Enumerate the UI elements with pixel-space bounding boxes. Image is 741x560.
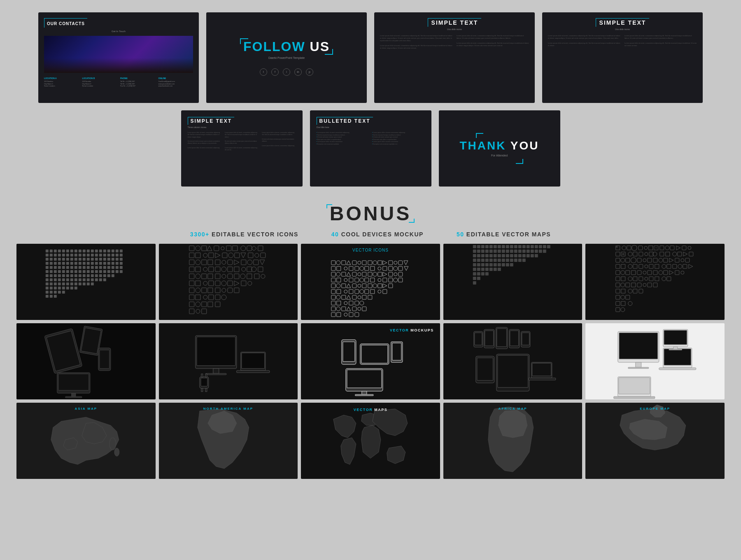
svg-rect-110 xyxy=(107,270,110,273)
svg-rect-36 xyxy=(116,254,119,257)
svg-rect-560 xyxy=(619,333,658,359)
twitter-icon[interactable]: t xyxy=(260,68,267,76)
svg-rect-82 xyxy=(70,266,73,269)
svg-rect-97 xyxy=(54,270,57,273)
icon-grid-1 xyxy=(16,244,156,320)
svg-rect-198 xyxy=(227,260,232,265)
svg-rect-107 xyxy=(95,270,98,273)
svg-point-230 xyxy=(195,288,200,293)
svg-point-432 xyxy=(644,246,648,250)
svg-rect-59 xyxy=(54,262,57,265)
follow-subtitle: Daerki PowerPoint Template xyxy=(268,56,305,59)
svg-point-191 xyxy=(254,253,259,257)
svg-point-459 xyxy=(681,259,684,262)
simpletext4-title-area: SIMPLE TEXT Una slide mores xyxy=(548,18,697,30)
svg-rect-133 xyxy=(54,278,57,281)
svg-rect-421 xyxy=(498,268,501,271)
bullet-6: Excepteur sint occaecat cupidatat xyxy=(317,143,369,146)
instagram-icon[interactable]: i xyxy=(283,68,290,76)
svg-rect-76 xyxy=(46,266,49,269)
namerica-map-label: NORTH AMERICA MAP xyxy=(203,407,253,411)
follow-title-text: FOLLOW US xyxy=(243,40,330,53)
svg-rect-165 xyxy=(75,287,77,289)
svg-rect-466 xyxy=(649,264,653,268)
svg-rect-127 xyxy=(99,274,102,277)
svg-rect-494 xyxy=(637,283,641,287)
contacts-subtitle: Get In Touch xyxy=(44,30,193,33)
svg-point-313 xyxy=(378,290,381,293)
svg-rect-386 xyxy=(514,254,517,257)
svg-rect-400 xyxy=(506,259,509,262)
svg-rect-411 xyxy=(498,263,501,266)
svg-rect-14 xyxy=(103,250,106,252)
svg-rect-137 xyxy=(70,278,73,281)
svg-point-249 xyxy=(336,261,340,265)
svg-rect-217 xyxy=(234,274,239,279)
svg-rect-264 xyxy=(355,266,359,271)
svg-rect-102 xyxy=(75,270,77,273)
svg-rect-317 xyxy=(342,295,346,299)
svg-rect-393 xyxy=(477,259,480,262)
svg-rect-147 xyxy=(50,282,53,285)
svg-point-233 xyxy=(221,288,226,292)
svg-rect-464 xyxy=(639,264,643,268)
svg-rect-488 xyxy=(649,277,653,281)
svg-rect-530 xyxy=(201,388,203,392)
bulleted-col1: Lorem ipsum dolor sit amet consectetur a… xyxy=(317,132,369,146)
svg-rect-412 xyxy=(502,263,505,266)
svg-rect-11 xyxy=(91,250,94,252)
svg-marker-177 xyxy=(207,246,212,251)
svg-rect-136 xyxy=(66,278,69,281)
svg-rect-61 xyxy=(62,262,65,265)
svg-rect-199 xyxy=(241,260,246,265)
svg-rect-445 xyxy=(660,252,664,256)
svg-rect-202 xyxy=(189,267,194,272)
svg-rect-474 xyxy=(626,271,630,275)
svg-rect-116 xyxy=(54,274,57,277)
svg-rect-163 xyxy=(66,287,69,289)
svg-rect-538 xyxy=(362,391,367,394)
svg-rect-40 xyxy=(54,258,57,261)
svg-rect-21 xyxy=(54,254,57,257)
svg-rect-182 xyxy=(247,246,252,251)
svg-rect-142 xyxy=(91,278,94,281)
ty-main: THANK YOU xyxy=(460,140,539,152)
svg-rect-431 xyxy=(638,246,643,250)
svg-rect-524 xyxy=(241,353,264,369)
svg-rect-507 xyxy=(616,308,620,312)
svg-rect-90 xyxy=(103,266,106,269)
svg-point-265 xyxy=(360,266,364,271)
svg-rect-340 xyxy=(477,245,480,248)
location-phone: PHONE Tel Nr: +1 (234) 567Tel Nr: +1 (23… xyxy=(120,77,155,87)
svg-rect-360 xyxy=(481,250,485,253)
facebook-icon[interactable]: f xyxy=(271,68,279,76)
svg-rect-241 xyxy=(189,302,194,307)
svg-point-246 xyxy=(196,309,200,313)
svg-rect-410 xyxy=(494,263,497,266)
svg-rect-22 xyxy=(58,254,61,257)
svg-point-304 xyxy=(373,284,377,288)
svg-rect-269 xyxy=(389,266,393,271)
svg-point-456 xyxy=(659,258,663,262)
svg-rect-541 xyxy=(392,343,401,360)
pinterest-icon[interactable]: p xyxy=(306,68,313,76)
follow-blue: FOLLOW xyxy=(243,39,305,54)
svg-rect-326 xyxy=(355,301,359,305)
svg-rect-234 xyxy=(227,288,232,293)
svg-point-473 xyxy=(621,271,625,275)
bonus-feature-1: 3300+ EDITABLE VECTOR ICONS xyxy=(190,231,298,238)
svg-rect-380 xyxy=(489,254,493,257)
slide-contacts: OUR CONTACTS Get In Touch LOCATION A 123… xyxy=(38,12,199,103)
mockup-panel-1 xyxy=(16,323,156,399)
svg-rect-53 xyxy=(107,258,110,261)
svg-point-503 xyxy=(621,295,625,299)
svg-rect-113 xyxy=(120,270,123,273)
svg-rect-1 xyxy=(50,250,53,252)
svg-rect-58 xyxy=(50,262,53,265)
svg-rect-571 xyxy=(619,378,650,394)
svg-point-208 xyxy=(241,267,245,271)
svg-rect-528 xyxy=(201,374,203,377)
map-panels-row: ASIA MAP NORTH AMERICA MAP xyxy=(16,403,725,479)
bonus-num-2: 40 xyxy=(331,231,339,238)
linkedin-icon[interactable]: in xyxy=(294,68,302,76)
